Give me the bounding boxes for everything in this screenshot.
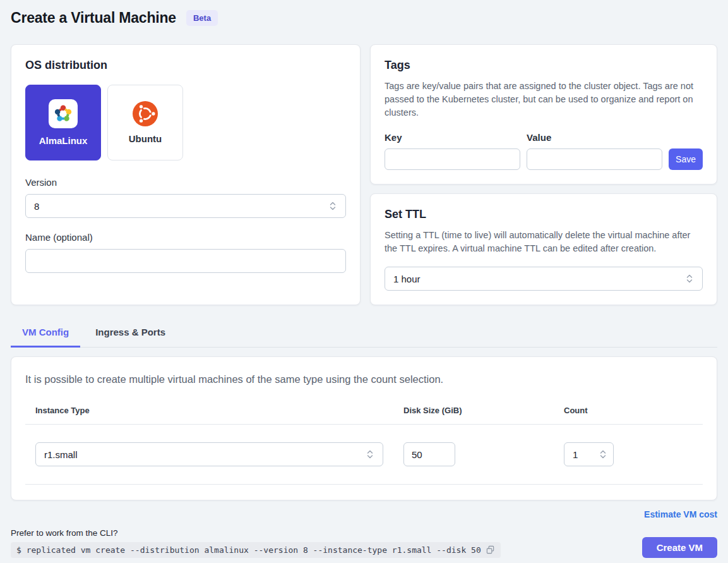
create-vm-page: Create a Virtual Machine Beta OS distrib… [0,0,728,563]
top-grid: OS distribution AlmaLinux [11,44,717,305]
tab-bar: VM Config Ingress & Ports [11,319,717,348]
instance-type-select[interactable]: r1.small [35,442,383,466]
footer: Estimate VM cost Prefer to work from the… [11,509,717,558]
version-field-block: Version 8 [25,177,346,218]
cli-command-text: $ replicated vm create --distribution al… [16,545,481,555]
os-tile-label: Ubuntu [129,133,162,144]
vm-name-label: Name (optional) [25,232,346,243]
os-distribution-card: OS distribution AlmaLinux [11,44,361,305]
disk-size-cell [393,442,554,466]
tag-key-input[interactable] [385,148,520,170]
tab-vm-config[interactable]: VM Config [11,319,80,348]
cli-prompt-text: Prefer to work from the CLI? [11,528,501,538]
right-column: Tags Tags are key/value pairs that are a… [370,44,717,305]
cli-block: Prefer to work from the CLI? $ replicate… [11,528,501,558]
copy-icon[interactable] [486,545,495,555]
create-vm-button[interactable]: Create VM [642,537,717,558]
count-stepper[interactable]: 1 [564,442,614,466]
page-title: Create a Virtual Machine [11,9,176,27]
set-ttl-card: Set TTL Setting a TTL (time to live) wil… [370,193,717,305]
version-select[interactable]: 8 [25,194,346,218]
os-tile-group: AlmaLinux [25,85,346,160]
column-header-instance-type: Instance Type [25,406,393,415]
tags-card: Tags Tags are key/value pairs that are a… [370,44,717,185]
instance-type-value: r1.small [44,449,78,460]
version-select-value: 8 [34,201,39,212]
tags-description: Tags are key/value pairs that are assign… [385,80,703,119]
chevron-updown-icon [328,201,337,211]
vm-config-card: It is possible to create multiple virtua… [11,356,717,500]
estimate-row: Estimate VM cost [11,509,717,520]
tags-form-row: Key Value Save [385,132,703,170]
tab-ingress-ports[interactable]: Ingress & Ports [84,319,177,348]
chevron-updown-icon [366,449,374,459]
save-tag-button[interactable]: Save [669,148,703,170]
disk-size-input[interactable] [403,442,455,466]
almalinux-logo-icon [49,99,78,128]
name-field-block: Name (optional) [25,232,346,273]
tag-key-label: Key [385,132,520,143]
chevron-updown-icon [685,274,694,284]
tag-value-field-block: Value [527,132,662,170]
vm-config-intro: It is possible to create multiple virtua… [25,373,703,385]
vm-name-input[interactable] [25,249,346,273]
column-header-disk-size: Disk Size (GiB) [393,406,554,415]
table-header-row: Instance Type Disk Size (GiB) Count [25,406,703,425]
column-header-count: Count [554,406,703,415]
ttl-title: Set TTL [385,208,703,221]
cli-command-code: $ replicated vm create --distribution al… [11,542,501,558]
table-row: r1.small 1 [25,425,703,485]
count-value: 1 [573,449,578,460]
tag-value-input[interactable] [527,148,662,170]
ttl-select[interactable]: 1 hour [385,267,703,291]
instance-type-cell: r1.small [25,442,393,466]
ttl-description: Setting a TTL (time to live) will automa… [385,229,703,255]
footer-bottom-row: Prefer to work from the CLI? $ replicate… [11,528,717,558]
ubuntu-logo-icon [133,101,158,126]
os-tile-label: AlmaLinux [39,135,88,146]
os-tile-ubuntu[interactable]: Ubuntu [107,85,183,160]
tag-value-label: Value [527,132,662,143]
os-distribution-title: OS distribution [25,59,346,72]
version-label: Version [25,177,346,188]
chevron-updown-icon [599,449,607,459]
os-tile-almalinux[interactable]: AlmaLinux [25,85,101,160]
estimate-vm-cost-link[interactable]: Estimate VM cost [644,509,717,519]
count-cell: 1 [554,442,703,466]
tag-key-field-block: Key [385,132,520,170]
page-header: Create a Virtual Machine Beta [11,9,717,27]
tags-title: Tags [385,59,703,72]
beta-badge: Beta [186,10,218,26]
ttl-select-value: 1 hour [393,274,421,284]
